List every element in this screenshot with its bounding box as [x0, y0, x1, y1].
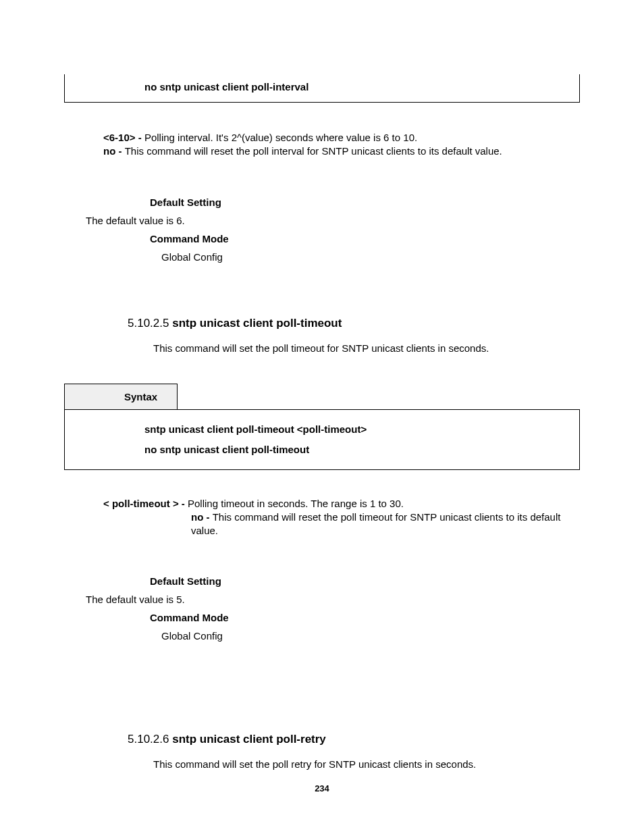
syntax-no-command-text: no sntp unicast client poll-interval: [144, 81, 308, 93]
syntax-no-command-box: no sntp unicast client poll-interval: [64, 74, 580, 103]
section-desc-3: This command will set the poll retry for…: [153, 758, 580, 770]
param-key-3: < poll-timeout > -: [103, 498, 188, 509]
parameter-block-2: < poll-timeout > - Polling timeout in se…: [103, 497, 580, 538]
syntax-box-2: Syntax sntp unicast client poll-timeout …: [64, 384, 580, 470]
section-number-2: 5.10.2.5: [128, 317, 172, 330]
default-setting-heading-1: Default Setting: [150, 197, 580, 208]
param-desc-1: Polling interval. It's 2^(value) seconds…: [144, 132, 417, 143]
parameter-block-1: <6-10> - Polling interval. It's 2^(value…: [103, 131, 580, 159]
section-heading-3: 5.10.2.6 sntp unicast client poll-retry: [128, 733, 580, 746]
command-mode-heading-2: Command Mode: [150, 612, 580, 623]
section-desc-2: This command will set the poll timeout f…: [153, 342, 580, 354]
param-desc-4: This command will reset the poll timeout…: [191, 511, 560, 536]
param-desc-3: Polling timeout in seconds. The range is…: [188, 498, 404, 509]
param-key-4: no -: [191, 511, 213, 523]
syntax-label: Syntax: [64, 384, 178, 409]
syntax-line-1: sntp unicast client poll-timeout <poll-t…: [144, 419, 579, 440]
section-title-3: sntp unicast client poll-retry: [172, 733, 326, 746]
default-setting-text-2: The default value is 5.: [86, 594, 580, 605]
default-setting-text-1: The default value is 6.: [86, 215, 580, 226]
default-setting-heading-2: Default Setting: [150, 575, 580, 587]
param-desc-2: This command will reset the poll interva…: [125, 145, 502, 157]
command-mode-text-2: Global Config: [161, 630, 580, 642]
section-number-3: 5.10.2.6: [128, 733, 172, 746]
section-heading-2: 5.10.2.5 sntp unicast client poll-timeou…: [128, 317, 580, 330]
syntax-body: sntp unicast client poll-timeout <poll-t…: [64, 409, 580, 470]
param-key-1: <6-10> -: [103, 132, 144, 143]
command-mode-text-1: Global Config: [161, 251, 580, 263]
command-mode-heading-1: Command Mode: [150, 233, 580, 244]
page-number: 234: [0, 783, 644, 793]
section-title-2: sntp unicast client poll-timeout: [172, 317, 342, 330]
param-key-2: no -: [103, 145, 125, 157]
syntax-line-2: no sntp unicast client poll-timeout: [144, 440, 579, 460]
